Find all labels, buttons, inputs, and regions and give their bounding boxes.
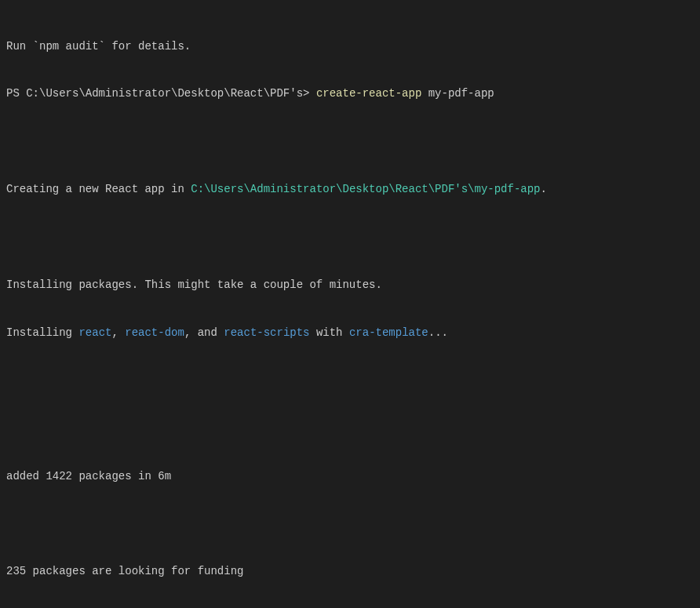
terminal-output[interactable]: Run `npm audit` for details. PS C:\Users… [6, 6, 694, 608]
package-name: cra-template [349, 326, 428, 339]
command-arg: my-pdf-app [421, 87, 494, 100]
prompt-prefix: PS C:\Users\Administrator\Desktop\React\… [6, 87, 316, 100]
output-line: Installing packages. This might take a c… [6, 277, 694, 293]
output-line: added 1422 packages in 6m [6, 468, 694, 484]
blank-line [6, 421, 694, 436]
output-line: 235 packages are looking for funding [6, 563, 694, 579]
output-line: Installing react, react-dom, and react-s… [6, 325, 694, 340]
command-name: create-react-app [316, 87, 421, 100]
blank-line [6, 133, 694, 149]
package-name: react [78, 326, 111, 339]
blank-line [6, 229, 694, 245]
blank-line [6, 373, 694, 388]
package-name: react-scripts [224, 326, 309, 339]
package-name: react-dom [125, 326, 184, 339]
blank-line [6, 516, 694, 532]
output-line: Run `npm audit` for details. [6, 38, 694, 54]
path-text: C:\Users\Administrator\Desktop\React\PDF… [191, 183, 540, 195]
output-line: Creating a new React app in C:\Users\Adm… [6, 181, 694, 197]
prompt-line: PS C:\Users\Administrator\Desktop\React\… [6, 86, 694, 101]
